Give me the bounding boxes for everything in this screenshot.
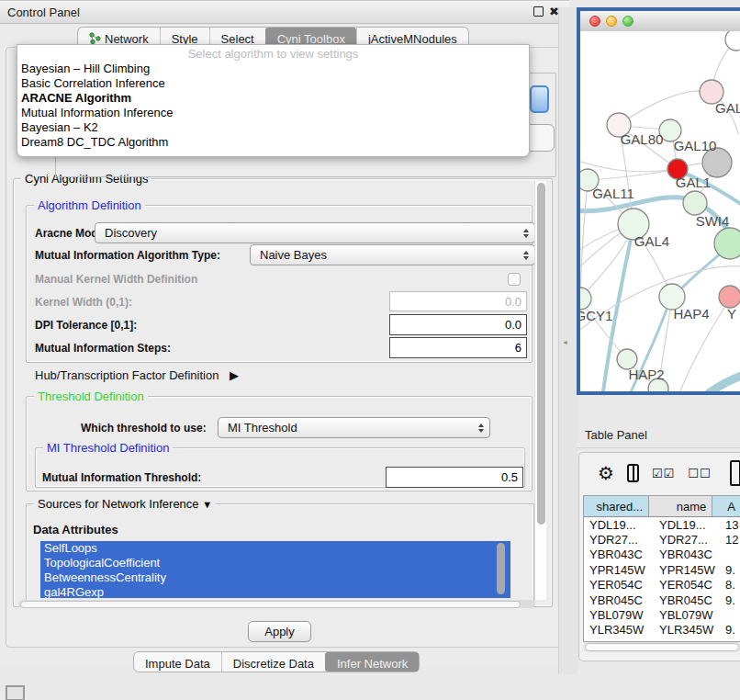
sources-title-text: Sources for Network Inference: [38, 497, 199, 511]
node-label: GAL80: [621, 131, 664, 147]
minimized-panel-icon[interactable]: [6, 685, 25, 700]
network-edge[interactable]: [619, 91, 712, 125]
table-cell: YDL19...: [584, 518, 654, 532]
hub-definition-toggle[interactable]: Hub/Transcription Factor Definition ▶: [35, 368, 239, 382]
tab-impute-data[interactable]: Impute Data: [134, 652, 221, 672]
threshold-definition-title: Threshold Definition: [34, 390, 148, 403]
hub-definition-label: Hub/Transcription Factor Definition: [35, 368, 219, 382]
node-label: GCY1: [580, 308, 612, 323]
attribute-item[interactable]: SelfLoops: [40, 541, 510, 556]
algorithm-option[interactable]: Dream8 DC_TDC Algorithm: [17, 135, 529, 150]
table-row[interactable]: YDR27...YDR27...12: [584, 532, 740, 547]
node-label: Y: [727, 306, 736, 322]
deselect-all-checkboxes-icon[interactable]: ☐☐: [688, 467, 711, 480]
algorithm-option[interactable]: Bayesian – Hill Climbing: [17, 62, 529, 76]
minimize-window-icon[interactable]: [606, 16, 617, 27]
table-panel-title: Table Panel: [585, 428, 647, 442]
chevron-down-icon[interactable]: ▼: [202, 499, 212, 510]
table-cell: YBR045C: [584, 593, 654, 607]
algorithm-option[interactable]: Bayesian – K2: [17, 120, 529, 135]
settings-vertical-scrollbar[interactable]: [534, 181, 546, 600]
control-panel-titlebar: Control Panel ✖: [0, 1, 569, 24]
column-header-shared-name[interactable]: shared...: [584, 496, 649, 516]
table-row[interactable]: YLR345WYLR345W9.: [584, 623, 740, 638]
attribute-item[interactable]: TopologicalCoefficient: [40, 556, 510, 570]
attribute-item[interactable]: gal4RGexp: [40, 585, 510, 598]
panel-divider-handle[interactable]: ◄: [562, 339, 567, 345]
table-toolbar: ⚙ ☑☑ ☐☐: [579, 453, 740, 493]
algorithm-dropdown-items: Bayesian – Hill ClimbingBasic Correlatio…: [17, 62, 529, 150]
network-node[interactable]: [725, 31, 740, 51]
float-panel-icon[interactable]: [533, 6, 544, 17]
table-cell: 9.: [722, 623, 740, 637]
select-all-checkboxes-icon[interactable]: ☑☑: [652, 467, 675, 480]
network-node-gal1[interactable]: [683, 191, 707, 215]
network-canvas[interactable]: GALGAL80GAL10GAL1GAL11SWI4GAL4GCY1HAP4YH…: [580, 31, 740, 391]
node-label: GAL: [715, 100, 740, 116]
algorithm-dropdown-popup: Select algorithm to view settings Bayesi…: [17, 44, 530, 157]
close-window-icon[interactable]: [589, 16, 600, 27]
node-label: GAL10: [674, 138, 717, 153]
document-icon[interactable]: [730, 460, 740, 486]
table-row[interactable]: YPR145WYPR145W9.: [584, 562, 740, 577]
control-panel-title: Control Panel: [7, 6, 80, 19]
apply-button[interactable]: Apply: [248, 621, 311, 642]
spinner-arrows-icon: [478, 423, 484, 433]
network-edge[interactable]: [580, 182, 588, 299]
mi-type-value: Naive Bayes: [260, 248, 327, 262]
which-threshold-label: Which threshold to use:: [81, 422, 207, 435]
table-cell: 9.: [722, 563, 740, 577]
algorithm-option[interactable]: ARACNE Algorithm: [17, 91, 529, 106]
table-row[interactable]: YBR045CYBR045C9.: [584, 593, 740, 607]
table-row[interactable]: YBL079WYBL079W: [584, 607, 740, 622]
table-row[interactable]: YBR043CYBR043C: [584, 548, 740, 562]
columns-icon[interactable]: [627, 464, 639, 482]
screen: Control Panel ✖ NetworkStyleSelectCyni T…: [0, 0, 740, 700]
data-attributes-list[interactable]: SelfLoopsTopologicalCoefficientBetweenne…: [40, 541, 510, 598]
table-panel-separator: [577, 447, 740, 448]
aracne-mode-select[interactable]: Discovery: [95, 222, 535, 243]
gear-icon[interactable]: ⚙: [598, 462, 614, 484]
attribute-item[interactable]: BetweennessCentrality: [40, 570, 510, 585]
column-header-partial[interactable]: A: [712, 496, 740, 516]
mi-threshold-label: Mutual Information Threshold:: [42, 471, 201, 484]
table-cell: YDR27...: [654, 533, 722, 547]
mi-type-select[interactable]: Naive Bayes: [250, 244, 535, 265]
table-cell: 8.: [722, 578, 740, 592]
zoom-window-icon[interactable]: [622, 16, 633, 27]
table-horizontal-scrollbar[interactable]: [583, 642, 740, 652]
algorithm-dropdown-placeholder: Select algorithm to view settings: [17, 45, 529, 62]
spinner-arrows-icon: [523, 229, 529, 238]
table-row[interactable]: YDL19...YDL19...13: [584, 517, 740, 532]
sources-title: Sources for Network Inference ▼: [34, 497, 216, 511]
attributes-list-scrollbar[interactable]: [497, 543, 505, 594]
algorithm-option[interactable]: Mutual Information Inference: [17, 106, 529, 120]
tab-infer-network[interactable]: Infer Network: [325, 652, 419, 672]
node-label: HAP4: [673, 306, 709, 322]
algorithm-option[interactable]: Basic Correlation Inference: [17, 76, 529, 91]
algorithm-combo-arrow-button[interactable]: [530, 85, 549, 113]
kernel-width-field[interactable]: 0.0: [389, 291, 527, 311]
control-panel-window: Control Panel ✖ NetworkStyleSelectCyni T…: [0, 0, 569, 668]
network-edge[interactable]: [709, 372, 740, 391]
table-cell: 12: [722, 533, 740, 547]
mi-threshold-field[interactable]: 0.5: [386, 467, 523, 488]
tab-discretize-data[interactable]: Discretize Data: [221, 652, 325, 672]
network-edge[interactable]: [580, 160, 678, 172]
mi-type-label: Mutual Information Algorithm Type:: [35, 249, 220, 262]
column-header-name[interactable]: name: [649, 496, 712, 516]
network-node-y[interactable]: [719, 286, 740, 308]
table-cell: YDL19...: [654, 518, 722, 532]
mi-steps-field[interactable]: 6: [389, 337, 527, 358]
network-node-swi4[interactable]: [714, 228, 740, 259]
table-row[interactable]: YER054CYER054C8.: [584, 578, 740, 593]
manual-kernel-checkbox[interactable]: [508, 273, 521, 286]
aracne-mode-value: Discovery: [105, 226, 157, 240]
bottom-tabs: Impute DataDiscretize DataInfer Network: [133, 651, 420, 672]
table-cell: YBL079W: [584, 608, 654, 622]
settings-horizontal-scrollbar[interactable]: [18, 600, 535, 608]
network-node-gcy1[interactable]: [580, 288, 591, 310]
table-cell: YLR345W: [654, 623, 722, 637]
which-threshold-select[interactable]: MI Threshold: [218, 417, 490, 438]
dpi-tolerance-field[interactable]: 0.0: [389, 314, 527, 335]
